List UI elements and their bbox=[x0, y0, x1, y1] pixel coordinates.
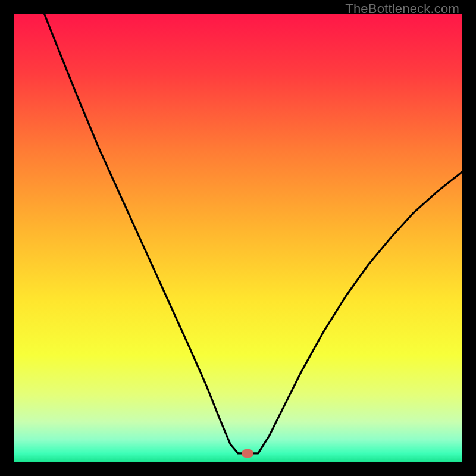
optimum-marker bbox=[242, 449, 253, 458]
chart-plot-area bbox=[14, 14, 462, 462]
bottleneck-curve bbox=[14, 14, 462, 462]
watermark-text: TheBottleneck.com bbox=[345, 1, 459, 17]
